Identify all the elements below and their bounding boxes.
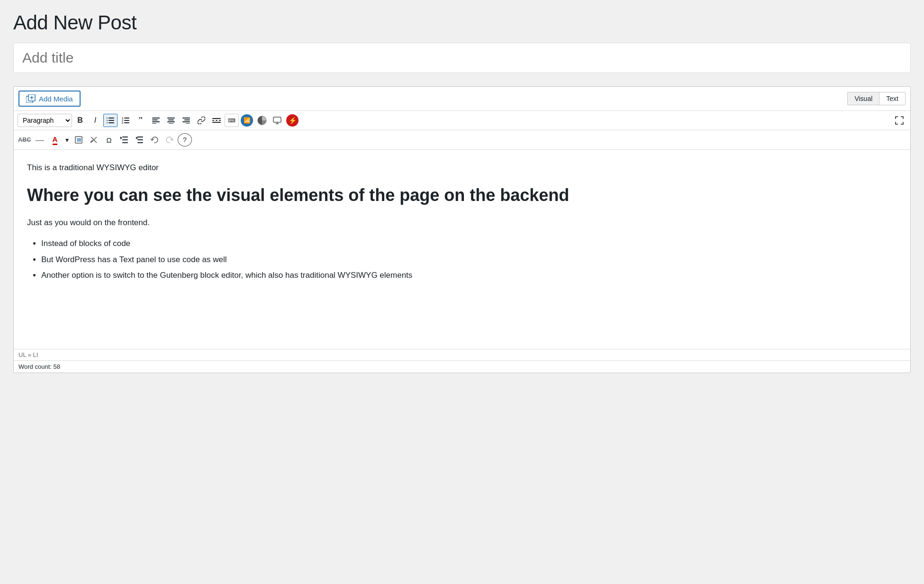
svg-rect-29 xyxy=(212,120,214,121)
svg-rect-43 xyxy=(122,142,128,143)
svg-rect-45 xyxy=(137,137,143,137)
add-media-icon xyxy=(26,94,36,103)
svg-rect-18 xyxy=(152,121,160,122)
align-right-button[interactable] xyxy=(179,114,193,127)
ordered-list-button[interactable]: 1. 2. 3. xyxy=(118,114,133,127)
list-item: Instead of blocks of code xyxy=(41,237,897,250)
fullscreen-button[interactable] xyxy=(892,114,906,127)
editor-container: Add Media Visual Text Paragraph Heading … xyxy=(13,86,911,373)
text-color-icon: A xyxy=(53,135,58,145)
italic-button[interactable]: I xyxy=(88,114,102,127)
wifi-icon: 📶 xyxy=(241,114,253,127)
svg-rect-8 xyxy=(107,122,108,123)
outdent-button[interactable] xyxy=(132,133,146,146)
list-item: Another option is to switch to the Guten… xyxy=(41,269,897,282)
paragraph-format-select[interactable]: Paragraph Heading 1 Heading 2 Heading 3 … xyxy=(18,114,72,127)
align-center-button[interactable] xyxy=(164,114,178,127)
strikethrough-label: ABC xyxy=(18,137,31,143)
svg-rect-42 xyxy=(122,139,128,140)
keyboard-shortcuts-button[interactable]: ⌨ xyxy=(225,114,239,127)
page-title: Add New Post xyxy=(13,11,911,34)
svg-rect-32 xyxy=(212,122,221,123)
svg-rect-24 xyxy=(182,118,190,119)
content-subtitle: Just as you would on the frontend. xyxy=(27,216,897,229)
editor-topbar: Add Media Visual Text xyxy=(14,87,910,111)
toolbar-row-1: Paragraph Heading 1 Heading 2 Heading 3 … xyxy=(14,111,910,130)
svg-rect-6 xyxy=(107,120,108,121)
plugin-pie-button[interactable] xyxy=(255,114,269,127)
editor-tab-group: Visual Text xyxy=(847,92,906,105)
svg-rect-19 xyxy=(152,123,156,124)
svg-rect-21 xyxy=(168,119,174,120)
svg-marker-44 xyxy=(120,137,122,139)
bold-button[interactable]: B xyxy=(73,114,87,127)
svg-rect-30 xyxy=(216,120,217,121)
svg-rect-27 xyxy=(186,123,190,124)
svg-rect-22 xyxy=(167,121,175,122)
editor-wordcount-bar: Word count: 58 xyxy=(14,360,910,373)
svg-rect-31 xyxy=(219,120,221,121)
svg-text:W: W xyxy=(77,137,82,143)
redo-button[interactable] xyxy=(163,133,177,146)
svg-rect-5 xyxy=(109,118,114,119)
indent-button[interactable] xyxy=(117,133,131,146)
svg-rect-17 xyxy=(152,119,158,120)
add-media-button[interactable]: Add Media xyxy=(18,91,81,107)
text-color-button[interactable]: A xyxy=(48,133,62,146)
svg-rect-41 xyxy=(122,137,128,137)
more-break-button[interactable] xyxy=(209,114,224,127)
strikethrough-button[interactable]: ABC xyxy=(18,133,32,146)
wordcount-label: Word count: xyxy=(18,363,52,370)
paste-word-button[interactable]: W xyxy=(72,133,86,146)
add-media-label: Add Media xyxy=(39,95,73,103)
toolbar-row-2: ABC — A ▾ W Ω xyxy=(14,130,910,150)
editor-content-area[interactable]: This is a traditional WYSIWYG editor Whe… xyxy=(14,150,910,349)
svg-rect-15 xyxy=(124,122,129,123)
svg-rect-13 xyxy=(124,120,129,121)
align-left-button[interactable] xyxy=(149,114,163,127)
plugin-bolt-button[interactable]: ⚡ xyxy=(285,114,299,127)
svg-rect-46 xyxy=(137,139,143,140)
post-title-input[interactable] xyxy=(13,43,911,73)
svg-rect-26 xyxy=(182,121,190,122)
special-chars-button[interactable]: Ω xyxy=(102,133,116,146)
blockquote-button[interactable]: " xyxy=(134,114,148,127)
link-button[interactable] xyxy=(194,114,208,127)
clear-formatting-button[interactable] xyxy=(87,133,101,146)
svg-rect-23 xyxy=(169,123,173,124)
svg-rect-16 xyxy=(152,118,160,119)
bolt-icon: ⚡ xyxy=(286,114,299,127)
svg-rect-34 xyxy=(273,117,281,122)
svg-rect-47 xyxy=(137,142,143,143)
unordered-list-button[interactable] xyxy=(103,114,118,127)
svg-marker-48 xyxy=(136,137,137,139)
svg-rect-20 xyxy=(167,118,175,119)
text-color-dropdown[interactable]: ▾ xyxy=(63,133,71,146)
content-heading: Where you can see the visual elements of… xyxy=(27,184,897,207)
editor-path-bar: UL » LI xyxy=(14,349,910,360)
svg-rect-7 xyxy=(109,120,114,121)
list-item: But WordPress has a Text panel to use co… xyxy=(41,254,897,266)
wordcount-value: 58 xyxy=(53,363,60,370)
horizontal-rule-button[interactable]: — xyxy=(33,133,47,146)
svg-text:3.: 3. xyxy=(122,121,124,124)
editor-path: UL » LI xyxy=(18,351,38,358)
plugin-wifi-button[interactable]: 📶 xyxy=(240,114,254,127)
plugin-monitor-button[interactable] xyxy=(270,114,284,127)
svg-rect-4 xyxy=(107,118,108,119)
content-intro: This is a traditional WYSIWYG editor xyxy=(27,161,897,174)
tab-text[interactable]: Text xyxy=(879,92,905,105)
svg-rect-11 xyxy=(124,118,129,119)
help-button[interactable]: ? xyxy=(178,133,192,146)
svg-rect-28 xyxy=(212,118,221,119)
tab-visual[interactable]: Visual xyxy=(848,92,879,105)
hr-icon: — xyxy=(36,136,44,144)
undo-button[interactable] xyxy=(147,133,162,146)
svg-rect-25 xyxy=(184,119,190,120)
svg-rect-9 xyxy=(109,122,114,123)
content-list: Instead of blocks of code But WordPress … xyxy=(27,237,897,282)
